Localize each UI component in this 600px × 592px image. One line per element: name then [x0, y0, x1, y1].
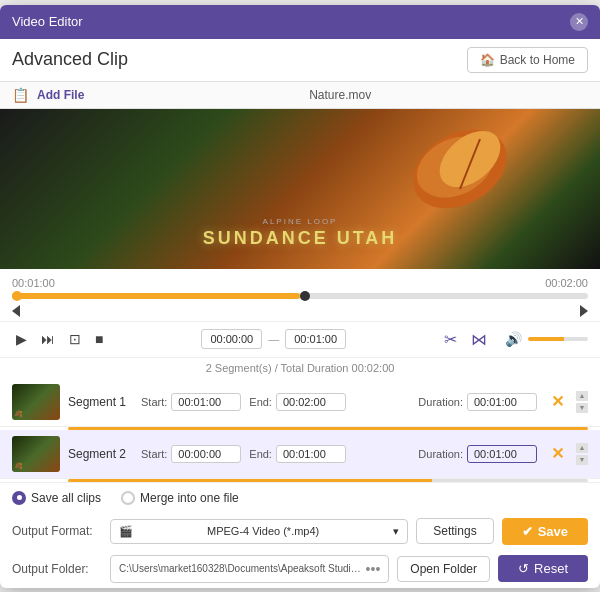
stop-button[interactable]: ■: [91, 329, 107, 349]
output-format-label: Output Format:: [12, 524, 102, 538]
segments-count-text: 2 Segment(s) / Total Duration 00:02:00: [206, 362, 395, 374]
segment-2-duration: Duration: 00:01:00: [418, 445, 537, 463]
timeline-right-handle[interactable]: [300, 291, 310, 301]
segment-2-duration-value[interactable]: 00:01:00: [467, 445, 537, 463]
segment-2-start-label: Start:: [141, 448, 167, 460]
segments-info: 2 Segment(s) / Total Duration 00:02:00: [0, 357, 600, 378]
step-forward-icon: ⏭: [41, 331, 55, 347]
save-all-clips-option[interactable]: Save all clips: [12, 491, 101, 505]
add-file-icon: 📋: [12, 87, 29, 103]
timeline-end-label: 00:02:00: [545, 277, 588, 289]
back-home-label: Back to Home: [500, 53, 575, 67]
stop-icon: ■: [95, 331, 103, 347]
timeline-progress: [12, 293, 300, 299]
timeline-start-label: 00:01:00: [12, 277, 55, 289]
action-buttons: ✔ Save: [502, 518, 588, 545]
settings-button[interactable]: Settings: [416, 518, 493, 544]
frame-button[interactable]: ⊡: [65, 329, 85, 349]
reset-refresh-icon: ↺: [518, 561, 529, 576]
segment-row-1: 🍂 Segment 1 Start: 00:01:00 End: 00:02:0…: [0, 378, 600, 427]
timeline-bar: 00:01:00 00:02:00: [0, 269, 600, 321]
page-title: Advanced Clip: [12, 49, 128, 70]
current-file-name: Nature.mov: [92, 88, 588, 102]
segment-1-label: Segment 1: [68, 395, 133, 409]
timeline-left-handle[interactable]: [12, 291, 22, 301]
merge-one-label: Merge into one file: [140, 491, 239, 505]
save-check-icon: ✔: [522, 524, 533, 539]
folder-dots-button[interactable]: •••: [366, 561, 381, 577]
reset-button[interactable]: ↺ Reset: [498, 555, 588, 582]
close-button[interactable]: ✕: [570, 13, 588, 31]
format-dropdown-icon: ▾: [393, 525, 399, 538]
save-all-clips-label: Save all clips: [31, 491, 101, 505]
video-overlay-text: ALPINE LOOP SUNDANCE UTAH: [203, 217, 398, 249]
segment-1-thumbnail: 🍂: [12, 384, 60, 420]
format-value: MPEG-4 Video (*.mp4): [207, 525, 319, 537]
segment-1-end-field: End: 00:02:00: [249, 393, 346, 411]
segment-2-start-field: Start: 00:00:00: [141, 445, 241, 463]
output-format-row: Output Format: 🎬 MPEG-4 Video (*.mp4) ▾ …: [0, 513, 600, 550]
segment-2-label: Segment 2: [68, 447, 133, 461]
video-preview: ALPINE LOOP SUNDANCE UTAH: [0, 109, 600, 269]
segment-2-end-label: End:: [249, 448, 272, 460]
segment-row-2: 🍂 Segment 2 Start: 00:00:00 End: 00:01:0…: [0, 430, 600, 479]
segment-1-duration-label: Duration:: [418, 396, 463, 408]
reset-button-wrapper: ↺ Reset: [498, 555, 588, 582]
segment-2-duration-label: Duration:: [418, 448, 463, 460]
step-forward-button[interactable]: ⏭: [37, 329, 59, 349]
time-start-display: 00:00:00: [201, 329, 262, 349]
video-subtitle: ALPINE LOOP: [203, 217, 398, 226]
segment-1-scroll-up[interactable]: ▲: [576, 391, 588, 401]
segment-1-start-field: Start: 00:01:00: [141, 393, 241, 411]
split-button[interactable]: ⋈: [467, 328, 491, 351]
home-icon: 🏠: [480, 53, 495, 67]
file-bar: 📋 Add File Nature.mov: [0, 82, 600, 109]
timeline-track[interactable]: [12, 293, 588, 299]
scissors-button[interactable]: ✂: [440, 328, 461, 351]
play-icon: ▶: [16, 331, 27, 347]
segment-2-scrollbar: ▲ ▼: [576, 443, 588, 465]
open-folder-button[interactable]: Open Folder: [397, 556, 490, 582]
frame-icon: ⊡: [69, 331, 81, 347]
output-folder-row: Output Folder: C:\Users\market160328\Doc…: [0, 550, 600, 588]
leaf-decoration: [400, 119, 520, 219]
segment-2-end-field: End: 00:01:00: [249, 445, 346, 463]
save-options: Save all clips Merge into one file: [0, 482, 600, 513]
timeline-right-arrow[interactable]: [580, 305, 588, 317]
segment-1-duration: Duration: 00:01:00: [418, 393, 537, 411]
segment-2-start-value: 00:00:00: [171, 445, 241, 463]
timeline-arrows: [12, 305, 588, 317]
segment-1-scroll-down[interactable]: ▼: [576, 403, 588, 413]
save-all-clips-radio[interactable]: [12, 491, 26, 505]
format-select[interactable]: 🎬 MPEG-4 Video (*.mp4) ▾: [110, 519, 408, 544]
time-end-display: 00:01:00: [285, 329, 346, 349]
volume-icon: 🔊: [505, 331, 522, 347]
video-editor-window: Video Editor ✕ Advanced Clip 🏠 Back to H…: [0, 5, 600, 588]
segment-1-delete-button[interactable]: ✕: [551, 392, 564, 411]
folder-path-text: C:\Users\market160328\Documents\Apeaksof…: [119, 563, 366, 574]
segment-1-start-value: 00:01:00: [171, 393, 241, 411]
save-label: Save: [538, 524, 568, 539]
segment-1-thumb-label: 🍂: [14, 410, 23, 418]
save-button[interactable]: ✔ Save: [502, 518, 588, 545]
segment-2-thumb-label: 🍂: [14, 462, 23, 470]
window-title: Video Editor: [12, 14, 83, 29]
volume-slider[interactable]: [528, 337, 588, 341]
time-separator: —: [268, 333, 279, 345]
merge-one-radio[interactable]: [121, 491, 135, 505]
controls-bar: ▶ ⏭ ⊡ ■ 00:00:00 — 00:01:00 ✂ ⋈ 🔊: [0, 321, 600, 357]
timeline-left-arrow[interactable]: [12, 305, 20, 317]
segment-2-end-value: 00:01:00: [276, 445, 346, 463]
segment-2-scroll-up[interactable]: ▲: [576, 443, 588, 453]
segment-1-duration-value: 00:01:00: [467, 393, 537, 411]
output-folder-label: Output Folder:: [12, 562, 102, 576]
merge-one-option[interactable]: Merge into one file: [121, 491, 239, 505]
segment-2-scroll-down[interactable]: ▼: [576, 455, 588, 465]
title-bar: Video Editor ✕: [0, 5, 600, 39]
segment-1-end-value: 00:02:00: [276, 393, 346, 411]
segment-1-end-label: End:: [249, 396, 272, 408]
segment-2-delete-button[interactable]: ✕: [551, 444, 564, 463]
play-button[interactable]: ▶: [12, 329, 31, 349]
back-home-button[interactable]: 🏠 Back to Home: [467, 47, 588, 73]
add-file-button[interactable]: Add File: [37, 88, 84, 102]
